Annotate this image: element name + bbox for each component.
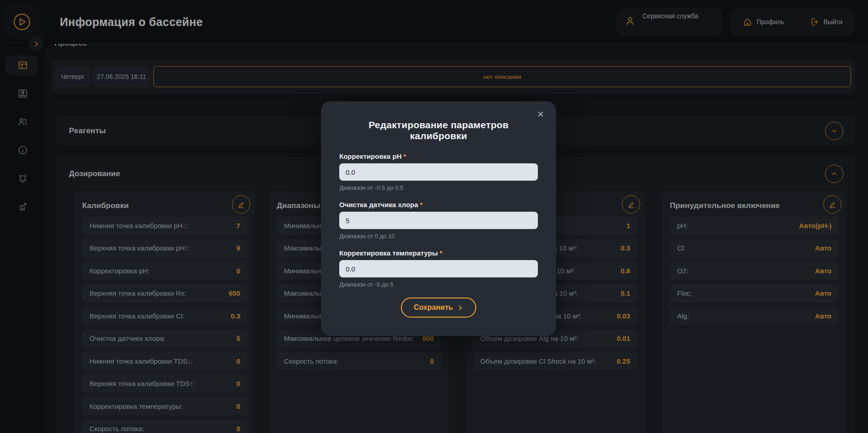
form-field: Корректировка pH*Диапазон от -0.5 до 0.5 [339, 152, 538, 191]
save-label: Сохранить [414, 303, 453, 312]
form-field: Корректировка температуры*Диапазон от -5… [339, 249, 538, 288]
chevron-right-icon [457, 304, 463, 311]
field-hint: Диапазон от -0.5 до 0.5 [339, 184, 538, 191]
field-input[interactable] [339, 212, 538, 229]
field-input[interactable] [339, 260, 538, 277]
field-label: Очистка датчика хлора* [339, 201, 538, 209]
form-field: Очистка датчика хлора*Диапазон от 0 до 1… [339, 201, 538, 240]
modal-fields: Корректировка pH*Диапазон от -0.5 до 0.5… [339, 152, 538, 288]
field-hint: Диапазон от 0 до 10 [339, 233, 538, 240]
close-icon[interactable]: ✕ [534, 108, 547, 120]
field-hint: Диапазон от -5 до 5 [339, 281, 538, 288]
calibration-modal: ✕ Редактирование параметров калибровки К… [321, 101, 556, 336]
field-input[interactable] [339, 163, 538, 181]
required-marker: * [404, 152, 406, 160]
field-label: Корректировка pH* [339, 152, 538, 160]
required-marker: * [420, 201, 423, 209]
modal-title: Редактирование параметров калибровки [339, 120, 538, 141]
field-label: Корректировка температуры* [339, 249, 538, 257]
save-button[interactable]: Сохранить [401, 297, 476, 318]
app-root: Информация о бассейне Сервисная служба П… [0, 0, 868, 433]
required-marker: * [440, 249, 442, 257]
